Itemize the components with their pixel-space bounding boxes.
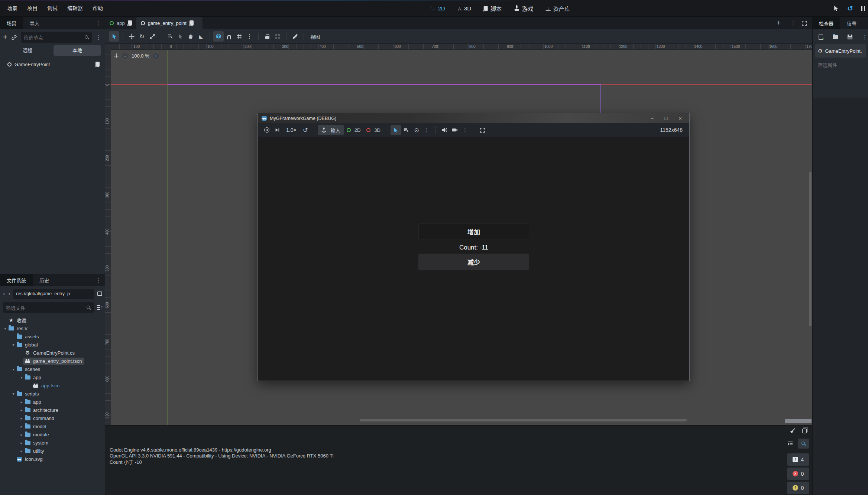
scale-tool-button[interactable] [147, 31, 158, 42]
mute-audio-icon[interactable] [439, 125, 450, 135]
group-node-button[interactable] [272, 31, 283, 42]
scene-tab[interactable]: game_entry_point [136, 17, 203, 29]
scene-panel-menu-icon[interactable]: ⋮ [96, 34, 102, 41]
file-tree-item[interactable]: ▸ model [0, 422, 105, 430]
filter-nodes-input[interactable]: 筛选节点 [21, 32, 92, 43]
reload-icon[interactable]: ↺ [847, 4, 853, 13]
file-tree-item[interactable]: ▾ res:// [0, 324, 105, 332]
distraction-free-icon[interactable] [801, 20, 807, 26]
tool-select-cursor-icon[interactable] [833, 5, 839, 12]
menu-item[interactable]: 场景 [2, 3, 22, 13]
dock-tab[interactable]: 历史 [33, 274, 56, 286]
expand-arrow-icon[interactable]: ▸ [19, 408, 25, 412]
minimize-button[interactable]: – [651, 115, 653, 121]
file-tree-item[interactable]: ▾ app [0, 373, 105, 381]
attached-script-icon[interactable] [95, 62, 100, 67]
zoom-out-button[interactable]: − [122, 53, 128, 59]
game-select-menu-icon[interactable]: ⋮ [422, 125, 432, 135]
smart-snap-button[interactable] [213, 31, 224, 42]
dock-tab[interactable]: 场景 [0, 17, 23, 29]
file-tree-item[interactable]: ▸ architecture [0, 406, 105, 414]
select-tool-button[interactable] [109, 31, 119, 42]
file-tree-item[interactable]: ▸ module [0, 430, 105, 439]
expand-arrow-icon[interactable]: ▸ [19, 449, 25, 453]
menu-item[interactable]: 帮助 [88, 3, 108, 13]
view-menu-button[interactable]: 视图 [307, 33, 323, 40]
file-tree-item[interactable]: ▸ utility [0, 447, 105, 455]
input-mode-button[interactable]: 输入 [318, 125, 344, 135]
filter-files-input[interactable]: 筛选文件 [3, 302, 94, 313]
expand-arrow-icon[interactable]: ▸ [19, 400, 25, 404]
view-mode-button[interactable]: 脚本 [484, 4, 502, 12]
snap-options-grid-button[interactable] [234, 31, 244, 42]
scrollbar-corner-handle[interactable] [785, 419, 812, 423]
file-tree-item[interactable]: ▸ app [0, 398, 105, 406]
game-zoom-level[interactable]: 1.0× [282, 127, 300, 133]
clear-output-icon[interactable] [790, 428, 796, 434]
pause-game-icon[interactable] [262, 125, 272, 135]
view-mode-button[interactable]: 2D [430, 5, 445, 12]
message-count-badge[interactable]: × 0 [787, 468, 809, 480]
lock-node-button[interactable] [262, 31, 272, 42]
show-list-select-button[interactable] [165, 31, 175, 42]
new-scene-tab-button[interactable]: + [772, 17, 785, 29]
collapse-duplicates-icon[interactable] [787, 441, 793, 447]
output-console[interactable]: Godot Engine v4.6.stable.mono.official.8… [105, 425, 812, 495]
close-button[interactable]: × [678, 115, 682, 121]
copy-output-icon[interactable] [802, 429, 807, 433]
file-tree-item[interactable]: ▾ scripts [0, 390, 105, 398]
file-tree-item[interactable]: ▸ system [0, 439, 105, 447]
file-tree-item[interactable]: app.tscn [0, 381, 105, 390]
inspector-menu-icon[interactable]: ⋮ [862, 34, 868, 40]
nav-back-icon[interactable]: ‹ [3, 290, 5, 297]
message-count-badge[interactable]: ! 0 [787, 482, 809, 494]
expand-arrow-icon[interactable]: ▾ [19, 375, 25, 380]
expand-arrow-icon[interactable]: ▾ [10, 343, 16, 347]
scene-tab[interactable]: app [105, 17, 136, 29]
nav-forward-icon[interactable]: › [8, 290, 10, 297]
dock-tab[interactable]: 文件系统 [0, 274, 33, 286]
filter-properties-input[interactable]: 筛选属性 [815, 61, 866, 68]
file-tree-item[interactable]: ▸ command [0, 414, 105, 422]
sort-files-icon[interactable] [97, 305, 102, 310]
skeleton-options-button[interactable] [290, 31, 300, 42]
camera-override-icon[interactable] [450, 125, 460, 135]
pivot-tool-button[interactable] [175, 31, 185, 42]
move-tool-button[interactable] [126, 31, 137, 42]
script-icon[interactable] [128, 20, 132, 26]
file-tree-item[interactable]: assets [0, 332, 105, 341]
instance-scene-link-icon[interactable] [11, 35, 17, 40]
increase-button[interactable]: 增加 [418, 223, 529, 240]
view-mode-button[interactable]: 资产库 [546, 4, 570, 12]
file-tree-item[interactable]: icon.svg [0, 455, 105, 463]
file-tree-item[interactable]: ▾ global [0, 341, 105, 349]
file-tree-item[interactable]: 收藏: [0, 316, 105, 324]
scene-tree-root-node[interactable]: GameEntryPoint [0, 60, 105, 68]
rotate-tool-button[interactable]: ↻ [137, 31, 147, 42]
next-frame-icon[interactable] [272, 125, 282, 135]
scene-tabs-menu-icon[interactable]: ⋮ [785, 20, 801, 26]
file-tree-item[interactable]: ▾ scenes [0, 365, 105, 373]
embed-fullscreen-icon[interactable] [477, 125, 488, 135]
pause-icon[interactable] [861, 6, 865, 11]
game-viewport[interactable]: 增加 Count: -11 减少 [258, 137, 689, 381]
add-node-button[interactable]: + [3, 33, 7, 42]
game-window-titlebar[interactable]: MyGFrameworkGame (DEBUG) – □ × [258, 113, 689, 123]
expand-arrow-icon[interactable]: ▸ [19, 416, 25, 420]
search-output-button[interactable] [798, 439, 809, 449]
zoom-in-button[interactable]: + [153, 53, 159, 59]
zoom-percent[interactable]: 100.0 % [132, 53, 149, 59]
load-resource-folder-icon[interactable] [833, 35, 838, 39]
filesystem-menu-icon[interactable]: ⋮ [95, 277, 105, 284]
expand-arrow-icon[interactable]: ▸ [19, 433, 25, 437]
game-2d-view-button[interactable]: 2D [344, 125, 364, 135]
split-view-icon[interactable] [97, 292, 102, 296]
expand-arrow-icon[interactable]: ▾ [10, 367, 16, 371]
menu-item[interactable]: 调试 [42, 3, 62, 13]
inspected-node-selector[interactable]: GameEntryPoint. [815, 44, 866, 58]
dock-tab[interactable]: 检查器 [812, 17, 840, 29]
camera-menu-icon[interactable]: ⋮ [460, 125, 470, 135]
expand-arrow-icon[interactable]: ▾ [10, 392, 16, 396]
decrease-button[interactable]: 减少 [418, 254, 529, 270]
snap-menu-icon[interactable]: ⋮ [244, 31, 255, 42]
